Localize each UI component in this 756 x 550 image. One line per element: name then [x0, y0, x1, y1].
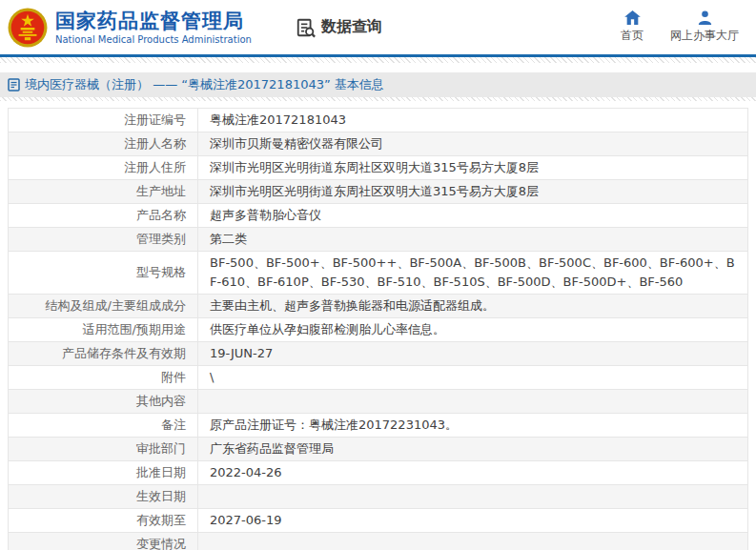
table-row: 产品储存条件及有效期 19-JUN-27	[9, 342, 748, 366]
field-value: 粤械注准20172181043	[198, 109, 748, 132]
field-label: 附件	[9, 366, 198, 390]
field-value: 深圳市光明区光明街道东周社区双明大道315号易方大厦8层	[198, 156, 748, 180]
table-row: 注册证编号 粤械注准20172181043	[9, 109, 748, 132]
field-label: 批准日期	[9, 461, 198, 485]
field-value: 供医疗单位从孕妇腹部检测胎儿心率信息。	[198, 318, 748, 342]
table-row: 批准日期 2022-04-26	[9, 461, 748, 485]
table-row: 管理类别 第二类	[9, 228, 748, 252]
site-title: 国家药品监督管理局	[55, 9, 252, 33]
data-query-tab[interactable]: 数据查询	[296, 17, 382, 38]
home-icon	[624, 10, 641, 25]
field-value: BF-500、BF-500+、BF-500++、BF-500A、BF-500B、…	[198, 252, 748, 295]
field-label: 产品名称	[9, 204, 198, 228]
table-row: 结构及组成/主要组成成分 主要由主机、超声多普勒换能器和电源适配器组成。	[9, 295, 748, 318]
field-label: 管理类别	[9, 228, 198, 252]
document-icon	[8, 78, 20, 92]
breadcrumb: 境内医疗器械（注册） —— “粤械注准20172181043” 基本信息	[0, 72, 756, 97]
table-row: 有效期至 2027-06-19	[9, 509, 748, 533]
field-label: 注册证编号	[9, 109, 198, 132]
site-subtitle: National Medical Products Administration	[55, 33, 252, 46]
table-row: 其他内容	[9, 390, 748, 414]
field-label: 备注	[9, 414, 198, 438]
field-value: 深圳市贝斯曼精密仪器有限公司	[198, 132, 748, 156]
field-value: 广东省药品监督管理局	[198, 438, 748, 461]
field-label: 审批部门	[9, 438, 198, 461]
field-value: 深圳市光明区光明街道东周社区双明大道315号易方大厦8层	[198, 180, 748, 204]
field-value: 超声多普勒胎心音仪	[198, 204, 748, 228]
table-row: 附件 \	[9, 366, 748, 390]
data-query-label: 数据查询	[321, 17, 382, 37]
table-row: 审批部门 广东省药品监督管理局	[9, 438, 748, 461]
table-row: 生效日期	[9, 485, 748, 509]
table-row: 注册人名称 深圳市贝斯曼精密仪器有限公司	[9, 132, 748, 156]
field-value: 第二类	[198, 228, 748, 252]
site-header: 国家药品监督管理局 National Medical Products Admi…	[0, 0, 756, 54]
document-search-icon	[296, 17, 317, 38]
table-row: 注册人住所 深圳市光明区光明街道东周社区双明大道315号易方大厦8层	[9, 156, 748, 180]
header-nav: 首页 网上办事大厅	[621, 10, 756, 44]
field-value	[198, 533, 748, 550]
field-value: 19-JUN-27	[198, 342, 748, 366]
nav-item-service-hall[interactable]: 网上办事大厅	[670, 10, 739, 44]
field-value: \	[198, 366, 748, 390]
table-row: 产品名称 超声多普勒胎心音仪	[9, 204, 748, 228]
person-icon	[698, 10, 712, 25]
site-title-block: 国家药品监督管理局 National Medical Products Admi…	[55, 9, 252, 46]
national-emblem-logo[interactable]	[8, 8, 48, 48]
field-label: 结构及组成/主要组成成分	[9, 295, 198, 318]
field-value	[198, 390, 748, 414]
field-label: 注册人住所	[9, 156, 198, 180]
table-row: 变更情况	[9, 533, 748, 550]
field-value: 2027-06-19	[198, 509, 748, 533]
field-label: 适用范围/预期用途	[9, 318, 198, 342]
field-value	[198, 485, 748, 509]
table-row: 生产地址 深圳市光明区光明街道东周社区双明大道315号易方大厦8层	[9, 180, 748, 204]
hatch-strip	[0, 97, 756, 101]
hatch-strip	[0, 57, 756, 63]
field-label: 产品储存条件及有效期	[9, 342, 198, 366]
field-label: 其他内容	[9, 390, 198, 414]
field-label: 有效期至	[9, 509, 198, 533]
table-row: 备注 原产品注册证号：粤械注准20172231043。	[9, 414, 748, 438]
field-value: 原产品注册证号：粤械注准20172231043。	[198, 414, 748, 438]
field-label: 生效日期	[9, 485, 198, 509]
table-row: 适用范围/预期用途 供医疗单位从孕妇腹部检测胎儿心率信息。	[9, 318, 748, 342]
field-label: 注册人名称	[9, 132, 198, 156]
field-value: 2022-04-26	[198, 461, 748, 485]
nav-item-label: 网上办事大厅	[670, 28, 739, 44]
field-label: 变更情况	[9, 533, 198, 550]
field-label: 生产地址	[9, 180, 198, 204]
field-label: 型号规格	[9, 252, 198, 295]
breadcrumb-text: 境内医疗器械（注册） —— “粤械注准20172181043” 基本信息	[25, 76, 384, 93]
registration-info-table: 注册证编号 粤械注准20172181043 注册人名称 深圳市贝斯曼精密仪器有限…	[8, 108, 748, 550]
table-row: 型号规格 BF-500、BF-500+、BF-500++、BF-500A、BF-…	[9, 252, 748, 295]
nav-item-label: 首页	[621, 28, 644, 44]
nav-item-home[interactable]: 首页	[621, 10, 644, 44]
field-value: 主要由主机、超声多普勒换能器和电源适配器组成。	[198, 295, 748, 318]
